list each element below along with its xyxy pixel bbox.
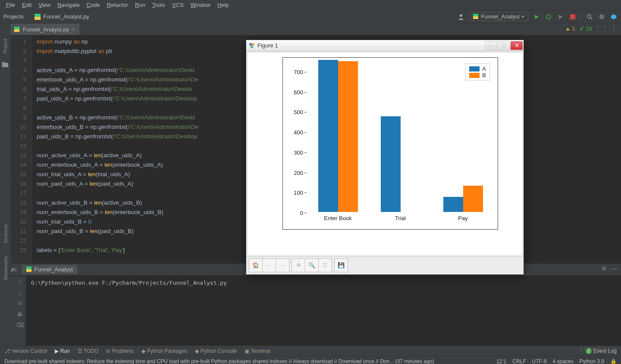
svg-point-2 [460,14,462,17]
svg-rect-1 [34,17,41,20]
breadcrumb-file[interactable]: Funnel_Analyst.py [43,13,89,20]
folder-icon[interactable] [2,62,8,67]
trash-icon[interactable]: ⌫ [16,322,24,328]
menu-view[interactable]: View [35,2,54,8]
forward-icon[interactable]: → [276,258,289,272]
user-icon[interactable] [457,13,465,21]
legend: AB [465,63,490,81]
minimize-icon[interactable]: — [611,265,617,272]
print-icon[interactable]: 🖶 [17,311,22,317]
window-minimize-button[interactable]: — [485,41,497,50]
menu-help[interactable]: Help [214,2,232,8]
down-icon[interactable]: ↓ [18,289,21,296]
editor-tab[interactable]: Funnel_Analyst.py × [11,24,79,35]
coverage-button[interactable] [557,13,565,21]
run-config-selector[interactable]: Funnel_Analyst ▾ [469,12,528,21]
menu-run[interactable]: Run [132,2,149,8]
console-output[interactable]: G:\Python\python.exe F:/Pycharm/Projects… [26,276,621,345]
menu-code[interactable]: Code [83,2,104,8]
svg-rect-8 [570,14,575,19]
menu-window[interactable]: Window [187,2,214,8]
sidebar-tab-project[interactable]: Project [3,39,8,53]
run-panel-tab[interactable]: Funnel_Analyst [22,265,77,274]
figure-app-icon [249,43,255,49]
debug-button[interactable] [545,13,552,21]
wrap-icon[interactable]: ⏎ [17,300,22,307]
home-icon[interactable]: 🏠 [249,258,263,272]
up-icon[interactable]: ↑ [18,279,21,285]
menu-tools[interactable]: Tools [149,2,169,8]
gear-icon[interactable]: ⚙ [602,265,607,272]
window-close-button[interactable]: ✕ [511,41,523,50]
svg-rect-19 [26,269,31,272]
run-config-label: Funnel_Analyst [481,13,520,20]
svg-point-11 [600,16,603,18]
lock-icon[interactable]: 🔒 [610,358,617,364]
interpreter[interactable]: Python 3.9 [580,358,604,364]
svg-marker-13 [611,14,616,19]
chevron-up-icon[interactable]: ˄ [596,25,599,32]
line-separator[interactable]: CRLF [512,358,526,364]
encoding[interactable]: UTF-8 [532,358,547,364]
window-maximize-button[interactable]: ☐ [498,41,510,50]
menu-file[interactable]: File [3,2,19,8]
menu-navigate[interactable]: Navigate [54,2,83,8]
zoom-icon[interactable]: 🔍 [305,258,319,272]
tool-window-problems[interactable]: ⊘ Problems [106,348,134,354]
menu-vcs[interactable]: VCS [169,2,187,8]
status-bar: Download pre-built shared indexes: Reduc… [0,356,621,364]
cursor-position: 12:1 [496,358,506,364]
svg-point-21 [249,43,252,46]
check-badge[interactable]: ✔ 28 [580,25,592,32]
menu-bar: FileEditViewNavigateCodeRefactorRunTools… [0,0,621,10]
svg-rect-17 [2,62,5,63]
bar-A-Enter-Book [318,60,338,212]
bar-B-Pay [463,186,483,212]
python-file-icon [34,14,41,20]
svg-rect-4 [473,16,478,19]
run-button[interactable] [533,13,540,21]
editor-tabs: Funnel_Analyst.py × ▲ 1 ✔ 28 ˄ ˅ ⋮ [0,23,621,35]
menu-refactor[interactable]: Refactor [104,2,132,8]
plot-area: 0100200300400500600700Enter BookTrialPay… [282,57,498,230]
back-icon[interactable]: ← [262,258,276,272]
svg-point-22 [252,43,254,46]
save-icon[interactable]: 💾 [334,258,348,272]
sidebar-tab-structure[interactable]: Structure [3,224,8,243]
menu-edit[interactable]: Edit [19,2,35,8]
watermark: CSDN @冯大少 [580,346,617,353]
tool-window-python-console[interactable]: ◆ Python Console [195,348,237,354]
close-icon[interactable]: × [72,26,75,33]
stop-button[interactable] [569,13,577,21]
tool-window-run[interactable]: ▶ Run [55,348,69,354]
indent[interactable]: 4 spaces [553,358,574,364]
sidebar-tab-bookmarks[interactable]: Bookmarks [3,256,8,280]
figure-window: Figure 1 — ☐ ✕ 0100200300400500600700Ent… [246,40,524,275]
configure-icon[interactable]: ☰ [318,258,332,272]
figure-canvas: 0100200300400500600700Enter BookTrialPay… [248,53,522,255]
tool-window-todo[interactable]: ☰ TODO [78,348,99,354]
svg-rect-16 [2,63,8,67]
warning-badge[interactable]: ▲ 1 [565,25,575,32]
svg-point-9 [587,15,591,18]
tool-window-python-packages[interactable]: ◆ Python Packages [141,348,187,354]
hex-icon[interactable] [610,13,618,21]
python-file-icon [14,27,20,33]
search-icon[interactable] [586,13,593,21]
python-file-icon [473,14,479,20]
figure-titlebar[interactable]: Figure 1 — ☐ ✕ [246,40,524,51]
tool-window-version-control[interactable]: ⎇ Version Control [4,348,47,354]
status-message[interactable]: Download pre-built shared indexes: Reduc… [4,358,434,364]
svg-line-10 [590,18,592,19]
gear-icon[interactable] [598,13,605,21]
tool-window-bar: ⎇ Version Control▶ Run☰ TODO⊘ Problems◆ … [0,345,621,356]
svg-point-12 [599,14,604,19]
tool-window-terminal[interactable]: ▣ Terminal [245,348,270,354]
run-panel: Run: Funnel_Analyst ⚙ — 🔧 ⊟ 📌 ↑ ↓ ⏎ 🖶 ⌫ … [0,264,621,345]
nav-bar: Projects 〉 Funnel_Analyst.py Funnel_Anal… [0,10,621,23]
pan-icon[interactable]: ✥ [292,258,305,272]
svg-rect-15 [14,29,19,32]
more-icon[interactable]: ⋮ [611,25,617,32]
chevron-down-icon[interactable]: ˅ [604,25,607,32]
breadcrumb-root[interactable]: Projects [3,13,24,20]
